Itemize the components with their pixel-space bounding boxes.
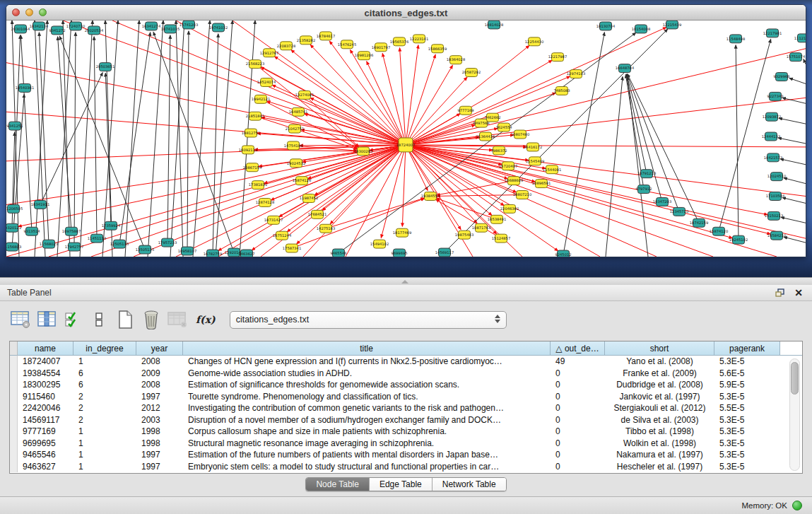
network-node[interactable]: 15874120 [710,227,728,235]
column-header[interactable]: △ out_de… [551,341,605,356]
network-node[interactable]: 11121074 [794,34,806,42]
network-node[interactable]: 18742159 [690,218,708,227]
show-columns-icon[interactable] [36,310,57,329]
float-panel-icon[interactable] [774,287,787,298]
network-node[interactable]: 18364028 [447,56,465,64]
table-select-dropdown[interactable]: citations_edges.txt [230,311,507,329]
tab-node-table[interactable]: Node Table [306,478,370,491]
delete-columns-icon[interactable] [141,310,162,329]
network-node[interactable]: 16584210 [767,231,786,240]
network-node[interactable]: 15741203 [180,21,198,29]
network-canvas[interactable]: 1872400721568223129127672208372821358282… [6,21,806,257]
network-node[interactable]: 14569117 [435,248,454,257]
network-window-titlebar[interactable]: citations_edges.txt [6,5,806,21]
network-node[interactable]: 9341251 [6,122,23,130]
network-node[interactable]: 17942757 [65,243,83,251]
network-node[interactable]: 12217981 [763,29,782,37]
network-node[interactable]: 18177469 [393,228,411,237]
network-node[interactable]: 3624554 [495,123,512,132]
network-node[interactable]: 10154008 [632,25,650,33]
network-node[interactable]: 21358282 [297,36,315,45]
column-header[interactable]: pagerank [714,341,780,356]
network-node[interactable]: 10688609 [505,177,523,185]
tab-network-table[interactable]: Network Table [433,478,506,491]
network-node[interactable]: 10981206 [355,52,373,60]
network-node[interactable]: 16751244 [273,231,291,240]
table-row[interactable]: 2242004622012Investigating the contribut… [10,402,802,414]
scrollbar-thumb[interactable] [791,362,799,395]
table-row[interactable]: 1872400712008Changes of HCN gene express… [10,356,802,368]
network-node[interactable]: 13505135 [136,245,154,254]
network-node[interactable]: 9465546 [330,249,346,257]
tab-edge-table[interactable]: Edge Table [370,478,433,491]
network-node[interactable]: 12223141 [410,35,428,43]
network-node[interactable]: 12254430 [525,37,543,46]
network-node[interactable]: 18130704 [596,22,615,30]
network-node[interactable]: 18784617 [317,32,335,40]
network-node[interactable]: 15494102 [370,240,389,248]
minimize-button[interactable] [25,8,33,16]
network-node[interactable]: 18342134 [30,22,48,30]
network-node[interactable]: 18300295 [354,147,372,156]
network-node[interactable]: 12024510 [767,173,786,181]
network-node[interactable]: 17240730 [66,22,85,30]
network-node[interactable]: 9463627 [238,250,254,257]
deselect-rows-icon[interactable] [88,310,110,329]
table-row[interactable]: 1938455462009Genome-wide association stu… [10,368,802,380]
function-builder-icon[interactable]: f(x) [196,314,216,325]
network-node[interactable]: 12444133 [762,132,780,141]
network-node[interactable]: 7485083 [553,86,570,95]
network-node[interactable]: 22046362 [500,204,519,213]
network-node[interactable]: 6797912 [635,185,652,194]
select-all-icon[interactable] [62,310,83,329]
network-node[interactable]: 18807210 [513,191,531,199]
column-header[interactable]: name [18,341,73,356]
network-node[interactable]: 20301064 [11,25,30,33]
network-node[interactable]: 16341274 [142,22,160,30]
network-node[interactable]: 12093872 [763,112,781,121]
network-node[interactable]: 10347203 [653,198,671,206]
close-button[interactable] [12,8,20,16]
network-node[interactable]: 20020534 [85,26,103,35]
network-node[interactable]: 16538491 [488,215,506,223]
network-node[interactable]: 9245012 [555,250,571,257]
network-node[interactable]: 19741032 [209,23,228,32]
column-header[interactable]: year [136,341,183,356]
network-node[interactable]: 17103504 [766,192,784,201]
network-node[interactable]: 16782759 [204,250,222,257]
table-row[interactable]: 1830029562008Estimation of significance … [10,379,802,391]
table-row[interactable]: 946362711997Embryonic stem cells: a mode… [10,461,802,473]
network-node[interactable]: 10814028 [485,21,503,29]
new-column-icon[interactable] [114,310,136,329]
network-node[interactable]: 15720407 [499,162,517,170]
network-node[interactable]: 10807480 [511,130,529,139]
network-node[interactable]: 18812752 [242,129,260,137]
table-row[interactable]: 969969511998Structural magnetic resonanc… [10,438,802,450]
network-node[interactable]: 21042751 [286,124,304,133]
table-row[interactable]: 946554611997Estimation of the future num… [10,449,802,461]
network-node[interactable]: 15124857 [492,234,510,243]
network-node[interactable]: 9341272 [49,26,65,35]
network-node[interactable]: 21206505 [6,204,23,213]
network-node[interactable]: 16416172 [524,143,542,151]
divider-grip-icon[interactable] [401,280,408,284]
network-node[interactable]: 20587292 [462,69,481,77]
network-node[interactable]: 14275183 [317,224,335,233]
network-node[interactable]: 19024532 [287,159,305,168]
network-node[interactable]: 11545409 [526,157,544,165]
network-node[interactable]: 9313514 [23,227,40,235]
network-node[interactable]: 9699695 [391,249,407,257]
zoom-button[interactable] [39,8,47,16]
network-node[interactable]: 9777169 [457,106,473,115]
network-node[interactable]: 19565376 [390,37,408,46]
table-row[interactable]: 1456911722003Disruption of a novel membe… [10,414,802,426]
table-row[interactable]: 977716911998Corpus callosum shape and si… [10,426,802,438]
close-panel-icon[interactable]: ✕ [792,287,805,298]
network-node[interactable]: 12345710 [670,207,688,216]
network-node[interactable]: 11987452 [300,194,318,203]
network-node[interactable]: 19245102 [729,235,748,244]
network-node[interactable]: 20503651 [96,63,114,71]
network-node[interactable]: 9329966 [773,73,789,81]
network-node[interactable]: 14150213 [765,211,783,220]
network-node[interactable]: 17684521 [308,210,326,218]
